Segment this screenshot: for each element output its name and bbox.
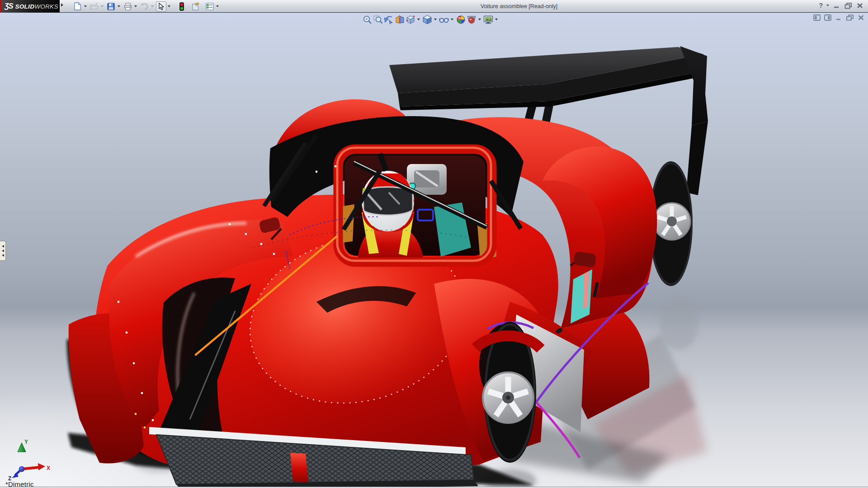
document-window-controls (813, 14, 864, 21)
help-dropdown[interactable] (826, 5, 829, 6)
window-title: Voiture assomblee [Read-only] (481, 3, 557, 9)
select-cursor-icon (158, 3, 165, 10)
file-properties-icon (191, 2, 200, 10)
display-style-icon (423, 15, 432, 24)
toolbar-overflow-icon[interactable] (61, 3, 63, 7)
edit-appearance-icon (456, 15, 466, 24)
new-document-button[interactable] (72, 1, 83, 12)
restore-button[interactable] (844, 2, 853, 9)
triad-x-label: X (47, 465, 50, 471)
collapse-arrow-icon (2, 254, 4, 257)
pane-toggle-left-icon[interactable] (813, 14, 821, 21)
close-button[interactable] (856, 2, 863, 9)
open-document-dropdown[interactable] (99, 1, 104, 12)
view-settings-dropdown[interactable] (494, 14, 499, 25)
new-document-dropdown[interactable] (83, 1, 88, 12)
options-icon (206, 3, 214, 10)
view-orientation-button[interactable] (405, 14, 416, 25)
select-button[interactable] (156, 1, 166, 12)
view-settings-button[interactable] (483, 14, 494, 25)
apply-scene-dropdown[interactable] (477, 14, 482, 25)
document-restore-button[interactable] (846, 14, 854, 21)
undo-icon (140, 3, 149, 10)
new-document-icon (74, 2, 81, 10)
brand-works: WORKS (34, 3, 58, 10)
display-style-dropdown[interactable] (433, 14, 438, 25)
save-button[interactable] (106, 1, 116, 12)
collapse-arrow-icon (2, 245, 4, 248)
previous-view-icon (384, 15, 394, 24)
document-minimize-button[interactable] (835, 14, 842, 21)
solidworks-logo: ƷS SOLID WORKS (0, 0, 60, 13)
document-close-button[interactable] (858, 14, 864, 21)
pane-toggle-right-icon[interactable] (824, 14, 831, 21)
open-document-icon (90, 3, 99, 10)
undo-dropdown[interactable] (150, 1, 155, 12)
apply-scene-icon (467, 15, 476, 24)
heads-up-view-toolbar (362, 14, 500, 25)
hide-show-items-button[interactable] (439, 14, 449, 25)
display-style-button[interactable] (422, 14, 433, 25)
graphics-viewport[interactable]: Y X Z *Dimetric (0, 13, 868, 488)
previous-view-button[interactable] (383, 14, 394, 25)
view-settings-icon (483, 15, 493, 24)
rebuild-traffic-light-icon (179, 2, 184, 11)
rebuild-button[interactable] (176, 1, 187, 12)
brand-solid: SOLID (15, 3, 34, 10)
title-bar: ƷS SOLID WORKS (0, 0, 868, 13)
select-dropdown[interactable] (166, 1, 171, 12)
zoom-to-area-icon (373, 15, 383, 24)
zoom-to-area-button[interactable] (373, 14, 383, 25)
print-icon (124, 3, 132, 10)
section-view-button[interactable] (394, 14, 405, 25)
print-dropdown[interactable] (133, 1, 138, 12)
options-button[interactable] (204, 1, 215, 12)
file-properties-button[interactable] (190, 1, 201, 12)
print-button[interactable] (123, 1, 133, 12)
main-toolbar (72, 1, 221, 12)
save-dropdown[interactable] (116, 1, 121, 12)
3d-model-red-race-car[interactable] (0, 13, 868, 488)
edit-appearance-button[interactable] (455, 14, 466, 25)
minimize-button[interactable] (833, 2, 840, 9)
collapse-arrow-icon (2, 249, 4, 252)
help-icon[interactable]: ? (819, 2, 823, 9)
hide-show-items-icon (439, 15, 449, 24)
view-orientation-icon (406, 15, 415, 24)
save-icon (107, 3, 115, 10)
hide-show-items-dropdown[interactable] (449, 14, 454, 25)
undo-button[interactable] (139, 1, 150, 12)
open-document-button[interactable] (89, 1, 99, 12)
triad-y-label: Y (24, 439, 28, 445)
feature-manager-collapsed-tab[interactable] (0, 241, 6, 261)
window-controls: ? (819, 2, 863, 9)
view-orientation-dropdown[interactable] (416, 14, 421, 25)
brand-glyph: ƷS (5, 2, 13, 10)
zoom-to-fit-button[interactable] (362, 14, 373, 25)
orientation-triad: Y X Z (5, 437, 51, 481)
zoom-to-fit-icon (363, 15, 372, 24)
section-view-icon (395, 15, 405, 24)
options-dropdown[interactable] (215, 1, 220, 12)
apply-scene-button[interactable] (466, 14, 477, 25)
